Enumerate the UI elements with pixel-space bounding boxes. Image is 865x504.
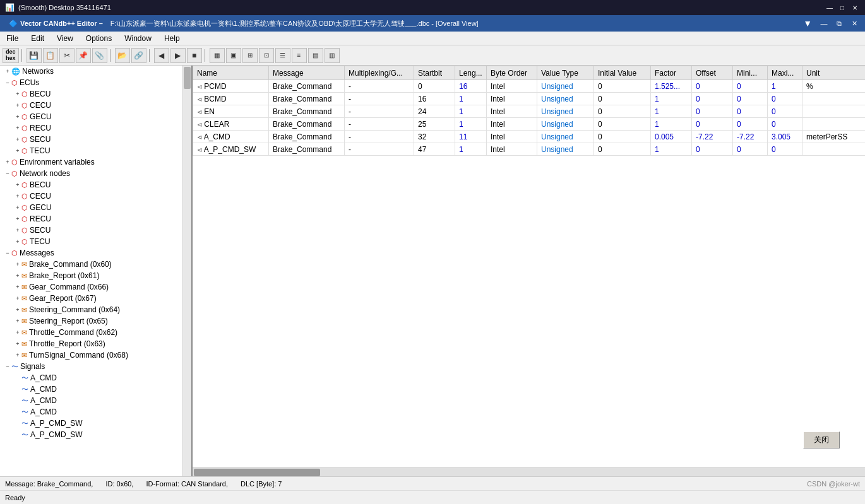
toolbar-btn-attach[interactable]: 📎 (92, 48, 107, 63)
tree-item-ecus[interactable]: − ⬡ ECUs (0, 77, 191, 88)
table-row[interactable]: ⊲ PCMDBrake_Command-016IntelUnsigned01.5… (193, 80, 866, 93)
tree-item-cecu[interactable]: + ⬡ CECU (0, 100, 191, 111)
toolbar-btn-forward[interactable]: ▶ (170, 48, 186, 63)
menu-item-options[interactable]: Options (80, 32, 118, 45)
table-row[interactable]: ⊲ CLEARBrake_Command-251IntelUnsigned010… (193, 118, 866, 131)
minimize-title-btn[interactable]: — (825, 3, 835, 13)
tree-item-signals[interactable]: − 〜 Signals (0, 361, 191, 372)
menu-item-file[interactable]: File (0, 32, 25, 45)
expander-tecu[interactable]: + (14, 147, 21, 155)
toolbar-btn-link[interactable]: 🔗 (131, 48, 146, 63)
tree-item-nn-secu[interactable]: + ⬡ SECU (0, 225, 191, 236)
min-btn[interactable]: — (817, 17, 831, 30)
tree-item-networks[interactable]: + 🌐 Networks (0, 66, 191, 77)
expander-turnsignal-command[interactable]: + (14, 351, 21, 359)
expander-becu[interactable]: + (14, 90, 21, 98)
expander-networks[interactable]: + (4, 67, 11, 75)
tree-item-nn-cecu[interactable]: + ⬡ CECU (0, 190, 191, 202)
toolbar-btn-grid4[interactable]: ⊡ (259, 48, 274, 63)
expander-ecus[interactable]: − (4, 79, 11, 86)
tree-item-nn-gecu[interactable]: + ⬡ GECU (0, 202, 191, 213)
tree-item-becu[interactable]: + ⬡ BECU (0, 88, 191, 100)
h-scrollbar[interactable] (193, 467, 865, 476)
expander-messages[interactable]: − (4, 249, 11, 257)
expander-nn-becu[interactable]: + (14, 181, 21, 189)
maximize-title-btn[interactable]: □ (837, 3, 847, 13)
tree-item-tecu[interactable]: + ⬡ TECU (0, 145, 191, 156)
toolbar-btn-copy[interactable]: 📋 (43, 48, 58, 63)
tree-item-sig-acmd-2[interactable]: 〜 A_CMD (0, 384, 191, 395)
toolbar-btn-list4[interactable]: ▥ (325, 48, 340, 63)
toolbar-btn-stop[interactable]: ■ (187, 48, 202, 63)
tree-vscroll-thumb[interactable] (184, 67, 191, 89)
close-btn[interactable]: ✕ (847, 17, 861, 30)
expander-signals[interactable]: − (4, 363, 11, 370)
table-row[interactable]: ⊲ BCMDBrake_Command-161IntelUnsigned0100… (193, 93, 866, 105)
toolbar-btn-grid2[interactable]: ▣ (226, 48, 241, 63)
h-scrollbar-thumb[interactable] (194, 469, 320, 476)
expander-gear-report[interactable]: + (14, 295, 21, 302)
tree-item-brake-report[interactable]: + ✉ Brake_Report (0x61) (0, 270, 191, 281)
toolbar-btn-list1[interactable]: ☰ (275, 48, 290, 63)
toolbar-btn-cut[interactable]: ✂ (59, 48, 75, 63)
table-wrapper[interactable]: Name Message Multiplexing/G... Startbit … (193, 66, 865, 467)
expander-throttle-command[interactable]: + (14, 329, 21, 336)
toolbar-btn-back[interactable]: ◀ (154, 48, 169, 63)
tree-item-sig-apcmdsw-2[interactable]: 〜 A_P_CMD_SW (0, 429, 191, 440)
restore-btn[interactable]: ⧉ (832, 17, 846, 30)
expander-recu[interactable]: + (14, 124, 21, 132)
tree-item-sig-apcmdsw-1[interactable]: 〜 A_P_CMD_SW (0, 418, 191, 429)
expander-steering-command[interactable]: + (14, 306, 21, 314)
table-row[interactable]: ⊲ ENBrake_Command-241IntelUnsigned01000 (193, 105, 866, 118)
expander-throttle-report[interactable]: + (14, 340, 21, 348)
expander-gear-command[interactable]: + (14, 283, 21, 291)
close-title-btn[interactable]: ✕ (850, 3, 860, 13)
tree-item-messages[interactable]: − ⬡ Messages (0, 247, 191, 259)
expander-secu[interactable]: + (14, 136, 21, 143)
expander-brake-report[interactable]: + (14, 272, 21, 279)
tree-item-netnodes[interactable]: − ⬡ Network nodes (0, 168, 191, 179)
tree-item-brake-command[interactable]: + ✉ Brake_Command (0x60) (0, 259, 191, 270)
tree-item-turnsignal-command[interactable]: + ✉ TurnSignal_Command (0x68) (0, 349, 191, 361)
tree-item-recu[interactable]: + ⬡ RECU (0, 122, 191, 134)
dec-hex-toggle[interactable]: dec hex (3, 48, 19, 63)
tree-item-gecu[interactable]: + ⬡ GECU (0, 111, 191, 122)
expander-nn-recu[interactable]: + (14, 215, 21, 223)
tree-item-gear-report[interactable]: + ✉ Gear_Report (0x67) (0, 293, 191, 304)
tree-item-nn-becu[interactable]: + ⬡ BECU (0, 179, 191, 190)
tree-item-sig-acmd-4[interactable]: 〜 A_CMD (0, 406, 191, 418)
toolbar-btn-grid1[interactable]: ▦ (210, 48, 225, 63)
table-row[interactable]: ⊲ A_CMDBrake_Command-3211IntelUnsigned00… (193, 131, 866, 143)
close-button[interactable]: 关闭 (803, 431, 840, 448)
menu-item-window[interactable]: Window (118, 32, 158, 45)
toolbar-btn-list3[interactable]: ▤ (308, 48, 323, 63)
menu-item-edit[interactable]: Edit (25, 32, 51, 45)
tree-item-envvars[interactable]: + ⬡ Environment variables (0, 156, 191, 168)
table-row[interactable]: ⊲ A_P_CMD_SWBrake_Command-471IntelUnsign… (193, 143, 866, 156)
tree-item-nn-recu[interactable]: + ⬡ RECU (0, 213, 191, 225)
expander-nn-secu[interactable]: + (14, 226, 21, 234)
expander-gecu[interactable]: + (14, 113, 21, 120)
expander-envvars[interactable]: + (4, 158, 11, 166)
toolbar-btn-grid3[interactable]: ⊞ (242, 48, 258, 63)
tree-item-sig-acmd-1[interactable]: 〜 A_CMD (0, 372, 191, 384)
expander-cecu[interactable]: + (14, 102, 21, 109)
expander-nn-tecu[interactable]: + (14, 238, 21, 245)
menu-item-view[interactable]: View (51, 32, 80, 45)
tree-item-sig-acmd-3[interactable]: 〜 A_CMD (0, 395, 191, 406)
tree-item-steering-command[interactable]: + ✉ Steering_Command (0x64) (0, 304, 191, 315)
expander-steering-report[interactable]: + (14, 317, 21, 325)
tree-item-nn-tecu[interactable]: + ⬡ TECU (0, 236, 191, 247)
tree-item-throttle-command[interactable]: + ✉ Throttle_Command (0x62) (0, 327, 191, 338)
expander-netnodes[interactable]: − (4, 170, 11, 177)
expander-brake-command[interactable]: + (14, 261, 21, 268)
toolbar-btn-save[interactable]: 💾 (27, 48, 42, 63)
expander-nn-cecu[interactable]: + (14, 192, 21, 200)
tree-vscrollbar[interactable] (182, 66, 191, 476)
toolbar-btn-pin[interactable]: 📌 (76, 48, 91, 63)
tree-item-steering-report[interactable]: + ✉ Steering_Report (0x65) (0, 315, 191, 327)
toolbar-btn-list2[interactable]: ≡ (292, 48, 307, 63)
tree-item-gear-command[interactable]: + ✉ Gear_Command (0x66) (0, 281, 191, 293)
tree-item-secu[interactable]: + ⬡ SECU (0, 134, 191, 145)
tree-item-throttle-report[interactable]: + ✉ Throttle_Report (0x63) (0, 338, 191, 349)
